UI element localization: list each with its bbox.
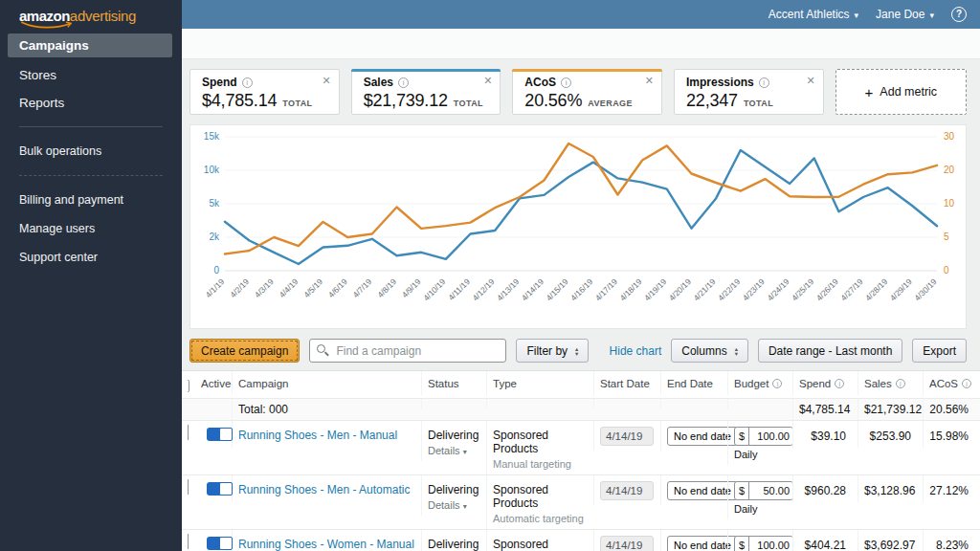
row-checkbox[interactable]: [188, 425, 189, 440]
svg-text:0: 0: [213, 265, 219, 276]
sidebar-item-campaigns[interactable]: Campaigns: [8, 33, 172, 57]
header-active: Active: [195, 371, 232, 395]
info-icon[interactable]: [835, 379, 844, 388]
main-content: Spend $4,785.14 TOTAL Sales $21,739.12 T…: [182, 29, 980, 551]
svg-text:15k: 15k: [204, 131, 219, 142]
metric-value: 20.56%: [524, 91, 582, 111]
svg-text:4/4/19: 4/4/19: [278, 276, 301, 299]
svg-text:10k: 10k: [204, 165, 219, 175]
budget-cadence: Daily: [734, 449, 787, 460]
campaign-type: Sponsored Products: [493, 483, 588, 510]
active-toggle[interactable]: [207, 482, 233, 496]
sidebar-item-support-center[interactable]: Support center: [0, 243, 182, 272]
row-sales: $253.90: [858, 421, 923, 448]
close-icon[interactable]: [322, 75, 330, 87]
select-all-checkbox[interactable]: [188, 380, 189, 392]
svg-text:4/23/19: 4/23/19: [741, 276, 767, 302]
svg-text:4/28/19: 4/28/19: [863, 276, 889, 302]
amazon-smile-icon: [21, 21, 75, 29]
user-menu[interactable]: Jane Doe: [876, 8, 934, 21]
metric-label: ACoS: [524, 76, 556, 89]
row-checkbox[interactable]: [188, 534, 189, 549]
header-acos: ACoS: [923, 371, 980, 395]
svg-text:4/8/19: 4/8/19: [375, 276, 398, 299]
performance-chart: 002k55k1010k2015k304/1/194/2/194/3/194/4…: [189, 124, 967, 329]
info-icon[interactable]: [398, 77, 409, 88]
targeting-type: Automatic targeting: [493, 513, 588, 524]
chevron-down-icon: [855, 8, 859, 21]
header-spend: Spend: [792, 371, 858, 395]
campaign-toolbar: Create campaign Filter by Hide chart Col…: [189, 339, 967, 363]
add-metric-button[interactable]: Add metric: [835, 69, 967, 115]
svg-text:4/13/19: 4/13/19: [495, 276, 521, 302]
sidebar-item-billing-and-payment[interactable]: Billing and payment: [0, 186, 182, 214]
svg-text:4/22/19: 4/22/19: [716, 276, 742, 302]
sidebar-item-stores[interactable]: Stores: [0, 61, 182, 89]
sidebar-item-reports[interactable]: Reports: [0, 89, 182, 117]
campaign-name-link[interactable]: Running Shoes - Women - Manual: [238, 538, 414, 551]
campaign-name-link[interactable]: Running Shoes - Men - Manual: [238, 429, 397, 443]
date-range-button[interactable]: Date range - Last month: [758, 339, 902, 363]
search-input[interactable]: [309, 339, 506, 363]
info-icon[interactable]: [962, 379, 971, 388]
info-icon[interactable]: [759, 77, 769, 88]
budget-input[interactable]: [749, 482, 792, 499]
info-icon[interactable]: [896, 379, 905, 388]
start-date-input[interactable]: [600, 536, 654, 551]
svg-text:4/15/19: 4/15/19: [545, 276, 570, 302]
sidebar: amazonadvertising Campaigns Stores Repor…: [0, 0, 182, 551]
svg-text:4/2/19: 4/2/19: [228, 276, 251, 299]
sidebar-item-manage-users[interactable]: Manage users: [0, 214, 182, 243]
svg-text:4/3/19: 4/3/19: [253, 276, 276, 299]
plus-icon: [865, 84, 874, 100]
info-icon[interactable]: [772, 379, 782, 388]
svg-text:4/1/19: 4/1/19: [204, 276, 227, 299]
table-row: Running Shoes - Men - Automatic Deliveri…: [182, 475, 980, 530]
details-expander[interactable]: Details: [428, 445, 480, 456]
svg-text:4/10/19: 4/10/19: [421, 276, 447, 302]
table-total-row: Total: 000 $4,785.14 $21,739.12 20.56%: [182, 399, 980, 421]
svg-text:4/7/19: 4/7/19: [351, 276, 374, 299]
campaign-type: Sponsored Products: [493, 538, 588, 551]
info-icon[interactable]: [561, 77, 571, 88]
row-checkbox[interactable]: [188, 479, 189, 495]
close-icon[interactable]: [483, 75, 492, 87]
columns-button[interactable]: Columns: [671, 339, 748, 363]
svg-text:4/25/19: 4/25/19: [790, 276, 815, 302]
line-chart: 002k55k1010k2015k304/1/194/2/194/3/194/4…: [190, 125, 966, 328]
svg-text:4/26/19: 4/26/19: [814, 276, 840, 302]
logo-advertising-text: advertising: [70, 8, 136, 24]
svg-text:4/9/19: 4/9/19: [400, 276, 423, 299]
sidebar-item-bulk-operations[interactable]: Bulk operations: [0, 137, 182, 165]
search-icon: [317, 344, 325, 353]
start-date-input[interactable]: [600, 481, 654, 500]
budget-input[interactable]: [749, 537, 792, 551]
metric-card-acos: ACoS 20.56% AVERAGE: [512, 69, 662, 115]
account-switcher[interactable]: Accent Athletics: [768, 8, 858, 21]
amazon-advertising-logo[interactable]: amazonadvertising: [0, 0, 182, 28]
svg-text:4/18/19: 4/18/19: [618, 276, 644, 302]
help-icon[interactable]: [951, 7, 967, 22]
active-toggle[interactable]: [207, 428, 233, 441]
svg-text:2k: 2k: [209, 231, 219, 242]
create-campaign-button[interactable]: Create campaign: [189, 339, 300, 363]
budget-cadence: Daily: [734, 503, 787, 515]
hide-chart-link[interactable]: Hide chart: [610, 344, 662, 358]
export-button[interactable]: Export: [912, 339, 967, 363]
svg-text:0: 0: [944, 265, 949, 276]
close-icon[interactable]: [806, 75, 814, 87]
metric-card-spend: Spend $4,785.14 TOTAL: [189, 69, 340, 115]
details-expander[interactable]: Details: [428, 499, 480, 511]
add-metric-label: Add metric: [880, 85, 937, 99]
svg-text:20: 20: [944, 165, 955, 175]
budget-input[interactable]: [749, 428, 792, 445]
close-icon[interactable]: [645, 75, 654, 87]
active-toggle[interactable]: [207, 537, 233, 550]
filter-by-button[interactable]: Filter by: [516, 339, 589, 363]
row-acos: 8.23%: [923, 530, 980, 551]
metric-card-impressions: Impressions 22,347 TOTAL: [674, 69, 824, 115]
metric-value: $4,785.14: [202, 91, 277, 111]
start-date-input[interactable]: [600, 427, 654, 446]
campaign-name-link[interactable]: Running Shoes - Men - Automatic: [238, 483, 410, 497]
info-icon[interactable]: [242, 77, 253, 88]
